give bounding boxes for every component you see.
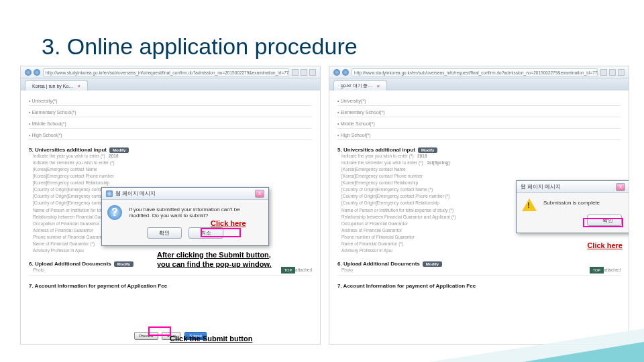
- form-line: [Korea]Emergency contact Relationship: [341, 180, 418, 185]
- photo-label: Photo: [33, 267, 44, 272]
- section-5-heading: 5. Universities additional inputModify: [29, 147, 312, 153]
- top-link[interactable]: TOP: [590, 267, 604, 274]
- screenshot-left: http://www.studyinkorea.go.kr/en/sub/ove…: [20, 66, 321, 345]
- back-icon[interactable]: [25, 69, 32, 76]
- url-field[interactable]: http://www.studyinkorea.go.kr/en/sub/ove…: [352, 68, 598, 76]
- section-5-heading: 5. Universities additional inputModify: [337, 147, 621, 153]
- dialog-text: If you have submitted your information c…: [129, 206, 240, 219]
- section-6-heading: 6. Upload Additional DocumentsModify: [337, 261, 621, 267]
- modify-button[interactable]: Modify: [109, 147, 129, 153]
- tab-strip: go.kr 대기 중… ×: [329, 78, 629, 90]
- dialog-close-button[interactable]: X: [255, 190, 264, 198]
- form-line: Address of Financial Guarantor: [33, 228, 93, 233]
- tab-label: go.kr 대기 중…: [341, 82, 372, 89]
- tab-close-icon[interactable]: ×: [77, 83, 80, 89]
- form-line: Advisory Professor in Ajou: [341, 248, 392, 253]
- year-value: 2016: [109, 154, 118, 158]
- dialog-title: 웹 페이지 메시지: [521, 183, 561, 190]
- annotation-click-submit: Click the Submit button: [170, 335, 252, 343]
- field-elementary: • Elementary School(*): [29, 110, 312, 115]
- form-line: Name of Financial Guarantor (*): [33, 241, 95, 246]
- slide-accent: [523, 342, 644, 362]
- annotation-click-here: Click here: [211, 219, 246, 227]
- form-line: [Country of Origin]Emergency contact Nam…: [341, 187, 433, 192]
- home-icon[interactable]: [609, 69, 616, 76]
- field-middle: • Middle School(*): [29, 121, 312, 126]
- field-high: • High School(*): [337, 133, 621, 137]
- field-high: • High School(*): [29, 133, 312, 137]
- dialog-icon: [106, 190, 113, 197]
- form-line: [Korea]Emergency contact Relationship: [33, 180, 109, 185]
- complete-dialog: 웹 페이지 메시지 X Submission is complete 확인: [516, 180, 629, 233]
- form-line: Address of Financial Guarantor: [341, 228, 402, 233]
- refresh-icon[interactable]: [600, 69, 607, 76]
- screenshot-right: http://www.studyinkorea.go.kr/en/sub/ove…: [329, 66, 629, 345]
- section-7-heading: 7. Account Information for payment of Ap…: [337, 283, 621, 289]
- year-value: 2016: [417, 154, 427, 158]
- slide-title: 3. Online application procedure: [0, 0, 644, 60]
- section-7-heading: 7. Account Information for payment of Ap…: [29, 283, 312, 289]
- semester-label: Indicate the semester you wish to enter …: [341, 160, 423, 165]
- dialog-text: Submission is complete: [543, 200, 600, 206]
- tab-strip: Korea | run by Ko… ×: [21, 78, 320, 90]
- browser-address-bar: http://www.studyinkorea.go.kr/en/sub/ove…: [21, 66, 320, 78]
- browser-tab[interactable]: Korea | run by Ko… ×: [25, 80, 88, 90]
- form-line: Advisory Professor in Ajou: [33, 248, 84, 253]
- semester-value: 1st(Spring): [427, 160, 449, 165]
- browser-tab[interactable]: go.kr 대기 중… ×: [333, 80, 387, 90]
- form-line: [Korea]Emergency contact Name: [33, 167, 97, 172]
- photo-value: attached: [295, 267, 312, 274]
- dialog-ok-button[interactable]: 확인: [587, 215, 622, 226]
- field-university: • University(*): [29, 99, 312, 103]
- form-line: [Country of Origin]Emergency contact Rel…: [341, 200, 439, 205]
- form-line: [Korea]Emergency contact Name: [341, 167, 406, 172]
- url-field[interactable]: http://www.studyinkorea.go.kr/en/sub/ove…: [43, 68, 289, 76]
- back-icon[interactable]: [333, 69, 340, 76]
- tab-close-icon[interactable]: ×: [376, 83, 380, 89]
- home-icon[interactable]: [301, 69, 307, 76]
- photo-value: attached: [604, 267, 621, 274]
- forward-icon[interactable]: [34, 69, 40, 76]
- semester-label: Indicate the semester you wish to enter …: [33, 160, 115, 165]
- warning-icon: [522, 198, 537, 211]
- forward-icon[interactable]: [342, 69, 349, 76]
- browser-address-bar: http://www.studyinkorea.go.kr/en/sub/ove…: [329, 66, 629, 78]
- annotation-after-submit: After clicking the Submit button, you ca…: [157, 251, 284, 269]
- form-line: Relationship between Financial Guarantor…: [341, 215, 456, 219]
- modify-button[interactable]: Modify: [418, 147, 437, 153]
- dialog-cancel-button[interactable]: 취소: [189, 227, 223, 239]
- favorite-icon[interactable]: [618, 69, 625, 76]
- year-label: Indicate the year you wish to enter (*): [341, 154, 414, 158]
- form-line: Phone number of Financial Guarantor: [341, 235, 415, 239]
- year-label: Indicate the year you wish to enter (*): [33, 154, 105, 158]
- dialog-close-button[interactable]: X: [616, 183, 625, 191]
- confirm-dialog: 웹 페이지 메시지 X ? If you have submitted your…: [101, 187, 269, 246]
- form-line: [Korea]Emergency contact Phone number: [341, 174, 423, 178]
- form-line: Name of Financial Guarantor (*): [341, 241, 403, 246]
- dialog-ok-button[interactable]: 확인: [147, 227, 182, 239]
- dialog-title: 웹 페이지 메시지: [115, 190, 156, 197]
- form-line: Name of Person or Institution for total …: [341, 208, 453, 213]
- favorite-icon[interactable]: [309, 69, 316, 76]
- form-line: [Country of Origin]Emergency contact Pho…: [341, 194, 450, 198]
- refresh-icon[interactable]: [292, 69, 299, 76]
- question-icon: ?: [107, 205, 122, 220]
- modify-button[interactable]: Modify: [114, 261, 133, 267]
- preview-button[interactable]: Preview: [134, 332, 158, 340]
- form-line: Occupation of Financial Guarantor: [341, 221, 408, 226]
- tab-label: Korea | run by Ko…: [32, 84, 73, 88]
- form-line: Occupation of Financial Guarantor: [33, 221, 99, 226]
- form-line: [Korea]Emergency contact Phone number: [33, 174, 114, 178]
- form-line: Phone number of Financial Guarantor: [33, 235, 106, 239]
- modify-button[interactable]: Modify: [423, 261, 442, 267]
- field-middle: • Middle School(*): [337, 121, 621, 126]
- photo-label: Photo: [341, 267, 353, 272]
- annotation-click-here-right: Click here: [587, 241, 623, 249]
- field-university: • University(*): [337, 99, 621, 103]
- field-elementary: • Elementary School(*): [337, 110, 621, 115]
